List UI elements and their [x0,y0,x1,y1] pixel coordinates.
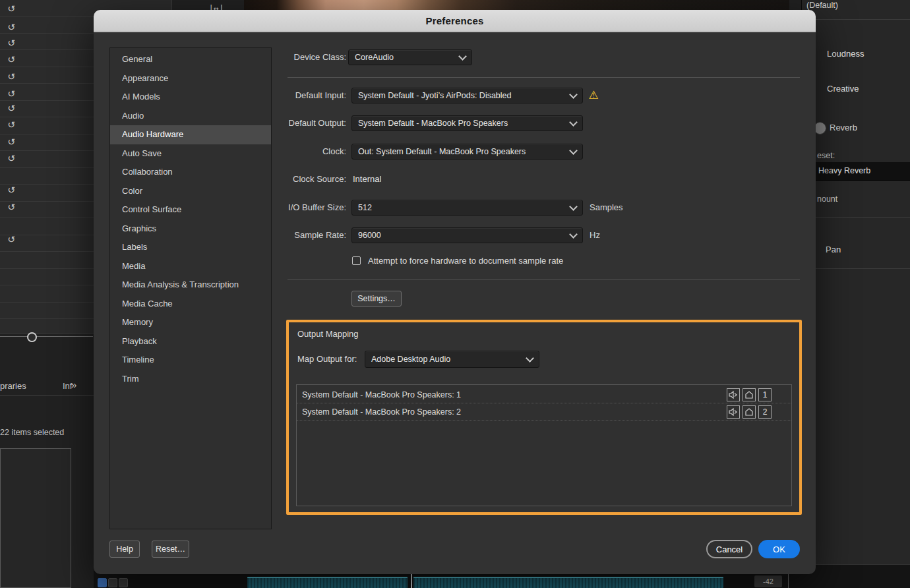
toggle-animation-icon[interactable]: ↺ [5,119,17,131]
essential-sound-panel: (Default) Loudness Creative Reverb eset:… [801,0,910,588]
loudness-section-label[interactable]: Loudness [827,49,864,59]
track-header-icon[interactable] [108,578,117,587]
sidebar-item-ai-models[interactable]: AI Models [110,88,271,107]
chevron-down-icon [569,230,578,239]
clock-label: Clock: [272,144,346,160]
sidebar-item-graphics[interactable]: Graphics [110,220,271,239]
clock-dropdown[interactable]: Out: System Default - MacBook Pro Speake… [351,144,583,160]
sidebar-item-labels[interactable]: Labels [110,238,271,257]
audio-meter-value: -42 [754,575,782,587]
warning-icon: ⚠ [587,88,600,103]
device-class-dropdown[interactable]: CoreAudio [348,49,472,65]
sidebar-item-appearance[interactable]: Appearance [110,69,271,88]
output-mapping-row[interactable]: System Default - MacBook Pro Speakers: 2… [297,403,791,421]
chevron-down-icon [569,146,578,155]
toggle-animation-icon[interactable]: ↺ [5,37,17,49]
panel-more-icon[interactable]: » [71,379,76,390]
toggle-animation-icon[interactable]: ↺ [5,152,17,164]
divider [802,268,910,269]
audio-clip[interactable] [413,577,723,588]
clock-source-value: Internal [353,171,381,187]
force-sample-rate-label: Attempt to force hardware to document sa… [368,253,563,269]
channel-number[interactable]: 1 [758,388,772,401]
output-mapping-title: Output Mapping [297,329,359,339]
default-input-label: Default Input: [272,88,346,103]
sidebar-item-collaboration[interactable]: Collaboration [110,163,271,182]
sidebar-item-audio-hardware[interactable]: Audio Hardware [110,125,271,144]
toggle-animation-icon[interactable]: ↺ [5,21,17,33]
channel-shape-icon[interactable] [743,388,756,401]
sidebar-item-memory[interactable]: Memory [110,313,271,332]
sidebar-item-trim[interactable]: Trim [110,370,271,389]
track-header-icon[interactable] [119,578,128,587]
sidebar-item-audio[interactable]: Audio [110,107,271,126]
preset-value: Heavy Reverb [818,162,910,180]
preset-label: eset: [817,151,835,160]
dialog-title[interactable]: Preferences [94,10,816,32]
chevron-down-icon [569,118,578,127]
sample-rate-dropdown[interactable]: 96000 [351,227,583,243]
output-mapping-section: Output Mapping Map Output for: Adobe Des… [286,320,802,515]
pan-section-label[interactable]: Pan [826,245,841,254]
sidebar-item-color[interactable]: Color [110,182,271,201]
toggle-animation-icon[interactable]: ↺ [5,201,17,213]
io-buffer-label: I/O Buffer Size: [272,200,346,216]
toggle-animation-icon[interactable]: ↺ [5,184,17,196]
clock-source-label: Clock Source: [272,171,346,187]
selection-status: 22 items selected [0,428,92,437]
ok-button[interactable]: OK [758,540,800,558]
toggle-animation-icon[interactable]: ↺ [5,88,17,100]
preferences-sidebar: General Appearance AI Models Audio Audio… [109,47,272,529]
chevron-down-icon [569,90,578,99]
zoom-slider-track [0,336,93,337]
zoom-slider-handle[interactable] [27,332,37,342]
sidebar-item-control-surface[interactable]: Control Surface [110,200,271,220]
track-header-icon[interactable] [98,578,107,587]
map-output-label: Map Output for: [297,351,357,368]
toggle-animation-icon[interactable]: ↺ [5,136,17,148]
help-button[interactable]: Help [109,541,140,558]
toggle-animation-icon[interactable]: ↺ [5,3,17,15]
sidebar-item-playback[interactable]: Playback [110,332,271,351]
divider [802,217,910,218]
divider [288,279,800,280]
io-buffer-dropdown[interactable]: 512 [351,200,583,216]
divider [802,19,910,20]
creative-section-label[interactable]: Creative [827,84,859,94]
toggle-animation-icon[interactable]: ↺ [5,53,17,65]
toggle-animation-icon[interactable]: ↺ [5,71,17,82]
toggle-animation-icon[interactable]: ↺ [5,233,17,245]
default-output-dropdown[interactable]: System Default - MacBook Pro Speakers [351,115,583,131]
amount-label: nount [817,194,837,204]
sample-rate-suffix: Hz [590,227,600,243]
preset-dropdown[interactable]: Heavy Reverb [802,162,910,181]
settings-button[interactable]: Settings… [351,291,402,307]
project-bin-box [0,448,71,588]
toggle-animation-icon[interactable]: ↺ [5,102,17,114]
default-output-label: Default Output: [272,115,346,131]
sidebar-item-media-analysis[interactable]: Media Analysis & Transcription [110,276,271,295]
reverb-label: Reverb [830,123,857,132]
channel-shape-icon[interactable] [743,405,756,419]
sidebar-item-general[interactable]: General [110,50,271,69]
map-output-dropdown[interactable]: Adobe Desktop Audio [365,351,539,368]
divider [288,77,800,78]
force-sample-rate-checkbox[interactable] [352,256,361,265]
output-mapping-row[interactable]: System Default - MacBook Pro Speakers: 1… [297,386,791,403]
reset-button[interactable]: Reset… [152,541,189,558]
tab-libraries[interactable]: praries [0,381,26,391]
sidebar-item-media-cache[interactable]: Media Cache [110,295,271,314]
channel-number[interactable]: 2 [758,405,772,419]
audio-clip[interactable] [247,577,408,588]
default-input-dropdown[interactable]: System Default - Jyoti’s AirPods: Disabl… [351,88,583,103]
sidebar-item-media[interactable]: Media [110,257,271,276]
chevron-down-icon [526,354,534,363]
sidebar-item-timeline[interactable]: Timeline [110,351,271,370]
output-mapping-list: System Default - MacBook Pro Speakers: 1… [296,384,792,506]
device-class-label: Device Class: [272,49,346,65]
sidebar-item-auto-save[interactable]: Auto Save [110,144,271,163]
cancel-button[interactable]: Cancel [706,540,752,558]
speaker-route-icon[interactable] [727,405,740,419]
speaker-route-icon[interactable] [727,388,740,401]
panel-tab-bar: praries Inf » [0,379,94,396]
